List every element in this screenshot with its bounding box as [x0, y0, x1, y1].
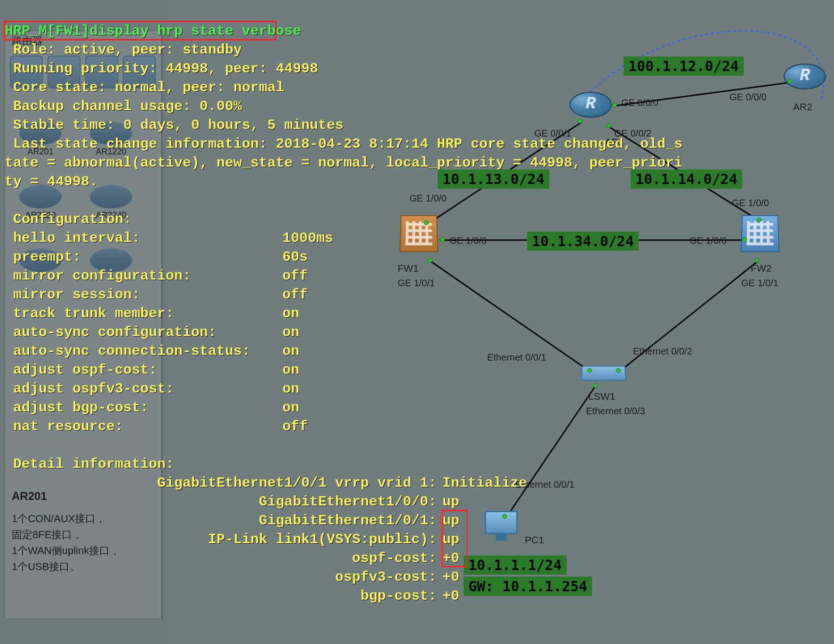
device-palette-row — [5, 249, 161, 272]
port-fw2-ge101: GE 1/0/1 — [741, 278, 778, 289]
subnet-100-1-12: 100.1.12.0/24 — [624, 56, 744, 76]
device-generic[interactable] — [19, 249, 62, 272]
node-pc1[interactable] — [482, 511, 520, 541]
device-palette-row: AR201 AR1220 — [5, 121, 161, 157]
device-ar1220[interactable]: AR1220 — [90, 121, 132, 157]
topology-canvas[interactable]: AR1 AR2 FW1 FW2 LSW1 PC1 100.1.12.0/24 1… — [167, 0, 834, 644]
port-lsw-e003: Ethernet 0/0/3 — [586, 406, 645, 417]
label-fw1: FW1 — [398, 263, 418, 274]
port-pc-e001: Ethernet 0/0/1 — [515, 479, 575, 490]
toolbar-icon[interactable] — [10, 56, 43, 89]
port-fw1-ge101: GE 1/0/1 — [398, 278, 435, 289]
device-ar2240[interactable]: AR2240 — [90, 185, 132, 220]
port-lsw-e001: Ethernet 0/0/1 — [487, 352, 546, 363]
port-fw2-ge100: GE 1/0/0 — [732, 198, 769, 209]
label-fw2: FW2 — [751, 263, 771, 274]
pc-icon — [482, 511, 520, 541]
toolbar-icon[interactable] — [85, 56, 118, 89]
detail-pane-desc: 1个CON/AUX接口， 固定8FE接口， 1个WAN侧uplink接口， 1个… — [12, 511, 120, 575]
router-icon — [784, 64, 826, 89]
port-ar1-ge001: GE 0/0/1 — [534, 128, 571, 139]
toolbar-icon[interactable] — [123, 56, 156, 89]
node-ar2[interactable] — [784, 64, 826, 89]
pc-gw: GW: 10.1.1.254 — [464, 577, 592, 596]
device-ar201[interactable]: AR201 — [19, 121, 62, 157]
router-icon — [569, 92, 612, 118]
label-lsw1: LSW1 — [588, 391, 615, 402]
device-ar2220[interactable]: AR2220 — [19, 185, 62, 220]
port-lsw-e002: Ethernet 0/0/2 — [633, 346, 692, 357]
subnet-10-1-34: 10.1.34.0/24 — [527, 232, 639, 251]
sidebar-tab-label: 路由器 — [5, 31, 161, 51]
port-ar2-ge000: GE 0/0/0 — [730, 92, 767, 103]
firewall-icon — [400, 215, 439, 252]
device-palette-row: AR2220 AR2240 — [5, 185, 161, 220]
port-fw1-ge100: GE 1/0/0 — [409, 193, 447, 204]
toolbar-row-1 — [5, 51, 161, 93]
label-ar2: AR2 — [793, 101, 812, 113]
detail-pane-title: AR201 — [12, 490, 47, 503]
port-fw2-ge106: GE 1/0/6 — [690, 235, 727, 246]
node-lsw1[interactable] — [581, 365, 626, 381]
svg-line-6 — [506, 386, 595, 518]
node-fw1[interactable] — [400, 214, 438, 252]
node-ar1[interactable] — [569, 92, 612, 118]
device-generic[interactable] — [90, 249, 132, 272]
label-pc1: PC1 — [525, 534, 544, 546]
subnet-10-1-13: 10.1.13.0/24 — [438, 169, 549, 189]
toolbar-icon[interactable] — [48, 56, 80, 89]
port-ar1-ge000: GE 0/0/0 — [621, 97, 658, 108]
port-fw1-ge106: GE 1/0/6 — [449, 235, 487, 246]
pc-ip: 10.1.1.1/24 — [464, 555, 567, 575]
port-ar1-ge002: GE 0/0/2 — [614, 128, 651, 139]
subnet-10-1-14: 10.1.14.0/24 — [631, 169, 742, 189]
